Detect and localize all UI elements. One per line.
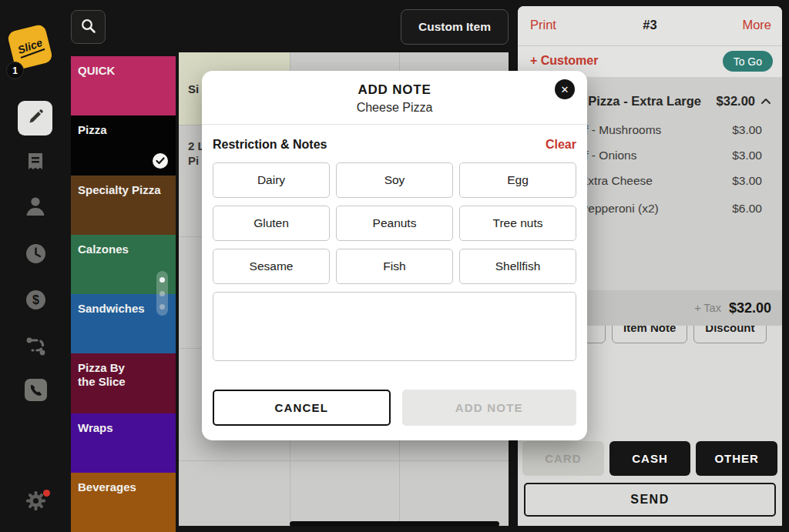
modifier-name: Half - Onions bbox=[567, 149, 732, 162]
modifier-price: $3.00 bbox=[732, 123, 762, 137]
scroll-dot bbox=[159, 304, 165, 309]
more-button[interactable]: More bbox=[742, 18, 771, 32]
category-pizza[interactable]: Pizza bbox=[71, 115, 176, 176]
home-indicator bbox=[290, 521, 499, 527]
card-button[interactable]: CARD bbox=[522, 441, 604, 476]
chevron-up-icon[interactable] bbox=[760, 98, 771, 105]
category-wraps[interactable]: Wraps bbox=[71, 413, 176, 473]
fulfillment-badge[interactable]: To Go bbox=[723, 51, 773, 72]
category-label: QUICK bbox=[78, 64, 115, 77]
search-icon bbox=[80, 18, 96, 37]
category-label: Beverages bbox=[78, 480, 136, 494]
allergen-gluten[interactable]: Gluten bbox=[213, 206, 330, 241]
allergen-shellfish[interactable]: Shellfish bbox=[459, 249, 576, 284]
add-note-submit-button[interactable]: ADD NOTE bbox=[402, 390, 577, 426]
add-customer-button[interactable]: + Customer bbox=[530, 54, 598, 68]
tax-label: + Tax bbox=[694, 302, 721, 314]
dollar-coin-icon: $ bbox=[25, 289, 46, 313]
close-icon[interactable]: ✕ bbox=[555, 79, 575, 99]
scroll-dot bbox=[159, 277, 165, 283]
phone-icon bbox=[25, 379, 47, 401]
category-label: Pizza By the Slice bbox=[78, 361, 139, 389]
sidebar-item-tickets[interactable] bbox=[24, 152, 47, 176]
clear-button[interactable]: Clear bbox=[546, 138, 576, 152]
add-note-modal: ADD NOTE Cheese Pizza ✕ Restriction & No… bbox=[202, 71, 587, 440]
sidebar-item-routing[interactable] bbox=[24, 336, 47, 359]
pos-app: Slice 1 $ bbox=[0, 0, 789, 532]
allergen-fish[interactable]: Fish bbox=[336, 249, 453, 284]
category-label: Sandwiches bbox=[78, 302, 145, 315]
modal-subtitle: Cheese Pizza bbox=[202, 101, 587, 115]
cancel-button[interactable]: CANCEL bbox=[213, 390, 391, 426]
modifier-price: $3.00 bbox=[732, 149, 762, 162]
sidebar-item-customers[interactable] bbox=[24, 196, 47, 219]
notification-badge: 1 bbox=[6, 62, 24, 79]
person-icon bbox=[25, 194, 46, 220]
grid-line bbox=[179, 460, 509, 461]
route-icon bbox=[25, 336, 47, 360]
category-pizza-by-the-slice[interactable]: Pizza By the Slice bbox=[71, 353, 176, 413]
svg-text:$: $ bbox=[32, 293, 39, 306]
modifier-name: Extra Cheese bbox=[580, 174, 732, 188]
allergen-peanuts[interactable]: Peanuts bbox=[336, 206, 453, 241]
selected-check-icon bbox=[153, 153, 168, 169]
category-label: Pizza bbox=[78, 123, 107, 136]
other-button[interactable]: OTHER bbox=[696, 441, 777, 476]
menu-tile-label: Si bbox=[188, 82, 199, 95]
sidebar-item-phone[interactable] bbox=[24, 378, 47, 401]
total-amount: $32.00 bbox=[729, 300, 771, 316]
section-row: Restriction & Notes Clear bbox=[213, 136, 576, 154]
sidebar-item-payments[interactable]: $ bbox=[24, 289, 47, 313]
item-price: $32.00 bbox=[717, 94, 755, 109]
slice-logo-text: Slice bbox=[15, 35, 44, 58]
allergen-grid: Dairy Soy Egg Gluten Peanuts Tree nuts S… bbox=[213, 162, 576, 284]
custom-item-button[interactable]: Custom Item bbox=[401, 9, 509, 45]
category-scrollbar[interactable] bbox=[156, 271, 168, 316]
modal-footer: CANCEL ADD NOTE bbox=[213, 390, 576, 426]
allergen-soy[interactable]: Soy bbox=[336, 162, 453, 198]
sidebar-item-orders-selected[interactable] bbox=[18, 101, 52, 136]
send-button[interactable]: SEND bbox=[524, 483, 776, 517]
category-beverages[interactable]: Beverages bbox=[71, 473, 176, 532]
modifier-price: $6.00 bbox=[732, 202, 762, 216]
section-title: Restriction & Notes bbox=[213, 138, 327, 152]
modal-title: ADD NOTE bbox=[202, 71, 587, 98]
modal-header: ADD NOTE Cheese Pizza ✕ bbox=[202, 71, 587, 125]
search-button[interactable] bbox=[71, 10, 106, 44]
note-textarea[interactable] bbox=[213, 292, 576, 361]
modifier-name: Half - Mushrooms bbox=[567, 123, 732, 137]
category-label: Calzones bbox=[78, 243, 129, 256]
settings-alert-dot bbox=[43, 490, 50, 497]
allergen-dairy[interactable]: Dairy bbox=[213, 162, 330, 198]
modifier-price: $3.00 bbox=[732, 174, 762, 188]
allergen-sesame[interactable]: Sesame bbox=[213, 249, 330, 284]
pencil-icon bbox=[27, 109, 44, 129]
category-specialty-pizza[interactable]: Specialty Pizza bbox=[71, 176, 176, 235]
modal-body: Restriction & Notes Clear Dairy Soy Egg … bbox=[202, 136, 587, 426]
category-label: Wraps bbox=[78, 421, 113, 434]
receipt-icon bbox=[26, 152, 45, 176]
category-quick[interactable]: QUICK bbox=[71, 56, 176, 115]
clock-icon bbox=[25, 243, 46, 267]
sidebar-item-history[interactable] bbox=[24, 243, 47, 266]
payment-buttons: CARD CASH OTHER bbox=[522, 441, 777, 476]
cash-button[interactable]: CASH bbox=[609, 441, 691, 476]
category-label: Specialty Pizza bbox=[78, 183, 161, 196]
order-panel-header: Print #3 More bbox=[518, 6, 782, 46]
allergen-egg[interactable]: Egg bbox=[459, 162, 576, 198]
scroll-dot bbox=[159, 291, 165, 296]
allergen-tree-nuts[interactable]: Tree nuts bbox=[459, 206, 576, 241]
modifier-name: Pepperoni (x2) bbox=[580, 202, 732, 216]
